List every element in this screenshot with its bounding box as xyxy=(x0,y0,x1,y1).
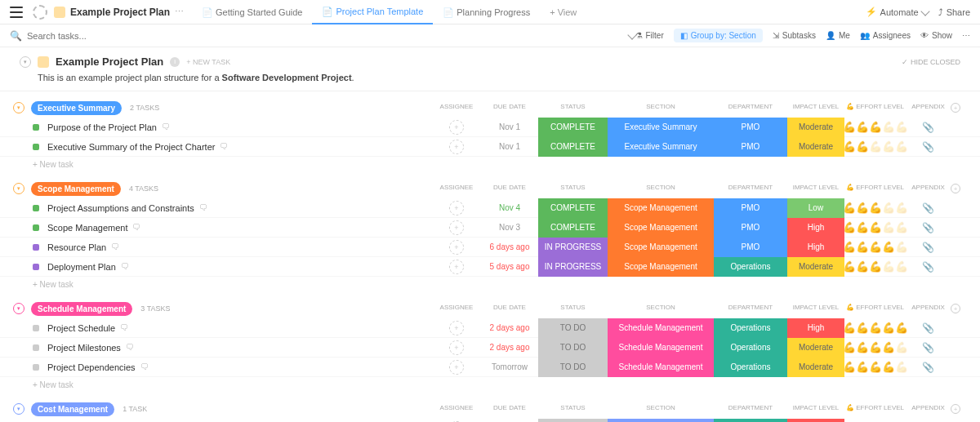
status-square[interactable] xyxy=(33,264,39,270)
effort-level[interactable]: 💪💪💪💪💪 xyxy=(844,358,906,377)
section-badge[interactable]: Executive Summary xyxy=(608,118,714,137)
dept-badge[interactable]: PMO xyxy=(714,238,787,257)
col-due[interactable]: DUE DATE xyxy=(481,404,538,414)
task-row[interactable]: Project Schedule🗨+2 days agoTO DOSchedul… xyxy=(0,318,980,338)
info-icon[interactable]: i xyxy=(170,57,180,67)
assignee-avatar[interactable]: + xyxy=(449,201,464,215)
due-date[interactable]: Nov 3 xyxy=(481,218,538,238)
tab-project-plan-template[interactable]: 📄Project Plan Template xyxy=(312,0,433,24)
new-task-button[interactable]: + NEW TASK xyxy=(186,58,230,66)
col-dept[interactable]: DEPARTMENT xyxy=(714,103,787,113)
collapse-group-button[interactable]: ▾ xyxy=(13,102,24,113)
assignee-avatar[interactable]: + xyxy=(449,140,464,154)
dept-badge[interactable]: PMO xyxy=(714,118,787,137)
task-name[interactable]: Project Dependencies xyxy=(47,362,136,372)
due-date[interactable]: Tomorrow xyxy=(481,358,538,377)
task-row[interactable]: Deployment Plan🗨+5 days agoIN PROGRESSSc… xyxy=(0,257,980,277)
workspace-icon[interactable] xyxy=(33,5,47,20)
collapse-group-button[interactable]: ▾ xyxy=(13,403,24,415)
collapse-all-button[interactable]: ▾ xyxy=(20,56,31,68)
assignees-button[interactable]: 👥Assignees xyxy=(860,31,911,40)
automate-button[interactable]: ⚡ Automate xyxy=(866,7,929,17)
col-impact[interactable]: IMPACT LEVEL xyxy=(787,103,844,113)
group-pill[interactable]: Scope Management xyxy=(31,182,121,196)
task-name[interactable]: Purpose of the Project Plan xyxy=(47,122,157,132)
effort-level[interactable]: 💪💪💪💪💪 xyxy=(844,257,906,277)
impact-badge[interactable]: Low xyxy=(787,198,844,218)
impact-badge[interactable]: Moderate xyxy=(787,118,844,137)
comment-icon[interactable]: 🗨 xyxy=(120,323,128,332)
assignee-avatar[interactable]: + xyxy=(449,120,464,135)
status-badge[interactable]: COMPLETE xyxy=(538,137,608,157)
col-due[interactable]: DUE DATE xyxy=(481,103,538,113)
comment-icon[interactable]: 🗨 xyxy=(111,242,119,251)
assignee-avatar[interactable]: + xyxy=(449,321,464,335)
appendix-icon[interactable]: 📎 xyxy=(922,322,934,334)
status-square[interactable] xyxy=(33,325,39,331)
appendix-icon[interactable]: 📎 xyxy=(922,141,934,153)
assignee-avatar[interactable]: + xyxy=(449,220,464,235)
appendix-icon[interactable]: 📎 xyxy=(922,222,934,233)
collapse-group-button[interactable]: ▾ xyxy=(13,303,24,314)
effort-level[interactable]: 💪💪💪💪💪 xyxy=(844,238,906,257)
status-square[interactable] xyxy=(33,205,39,211)
impact-badge[interactable]: Moderate xyxy=(787,137,844,157)
effort-level[interactable]: 💪💪💪💪💪 xyxy=(844,118,906,137)
section-badge[interactable]: Scope Management xyxy=(608,198,714,218)
status-badge[interactable]: IN PROGRESS xyxy=(538,238,608,257)
hide-closed-toggle[interactable]: ✓ HIDE CLOSED xyxy=(902,58,960,66)
due-date[interactable]: Wed xyxy=(481,419,538,423)
col-assignee[interactable]: ASSIGNEE xyxy=(432,103,481,113)
due-date[interactable]: Nov 1 xyxy=(481,137,538,157)
assignee-avatar[interactable]: + xyxy=(449,340,464,355)
col-dept[interactable]: DEPARTMENT xyxy=(714,304,787,313)
col-section[interactable]: SECTION xyxy=(608,184,714,193)
col-assignee[interactable]: ASSIGNEE xyxy=(432,304,481,313)
comment-icon[interactable]: 🗨 xyxy=(121,262,129,271)
task-row[interactable]: Project Dependencies🗨+TomorrowTO DOSched… xyxy=(0,358,980,377)
task-row[interactable]: Purpose of the Project Plan🗨+Nov 1COMPLE… xyxy=(0,118,980,137)
status-square[interactable] xyxy=(33,244,39,251)
section-badge[interactable]: Schedule Management xyxy=(608,358,714,377)
appendix-icon[interactable]: 📎 xyxy=(922,122,934,133)
share-button[interactable]: ⤴ Share xyxy=(938,7,970,17)
col-dept[interactable]: DEPARTMENT xyxy=(714,184,787,193)
col-section[interactable]: SECTION xyxy=(608,103,714,113)
status-badge[interactable]: TO DO xyxy=(538,338,608,358)
section-badge[interactable]: Cost Management xyxy=(608,419,714,423)
status-badge[interactable]: TO DO xyxy=(538,318,608,338)
section-badge[interactable]: Schedule Management xyxy=(608,318,714,338)
assignee-avatar[interactable]: + xyxy=(449,260,464,274)
status-badge[interactable]: COMPLETE xyxy=(538,118,608,137)
col-effort[interactable]: 💪 EFFORT LEVEL xyxy=(844,103,906,113)
col-due[interactable]: DUE DATE xyxy=(481,304,538,313)
add-column-button[interactable]: + xyxy=(951,404,967,414)
col-section[interactable]: SECTION xyxy=(608,304,714,313)
more-button[interactable]: ⋯ xyxy=(962,31,970,40)
status-square[interactable] xyxy=(33,344,39,351)
status-badge[interactable]: COMPLETE xyxy=(538,218,608,238)
add-column-button[interactable]: + xyxy=(951,103,967,113)
status-square[interactable] xyxy=(33,144,39,150)
task-name[interactable]: Deployment Plan xyxy=(47,262,116,272)
status-badge[interactable]: COMPLETE xyxy=(538,198,608,218)
impact-badge[interactable]: High xyxy=(787,218,844,238)
new-task-row[interactable]: + New task xyxy=(0,277,980,292)
comment-icon[interactable]: 🗨 xyxy=(126,343,134,352)
col-assignee[interactable]: ASSIGNEE xyxy=(432,404,481,414)
due-date[interactable]: Nov 1 xyxy=(481,118,538,137)
task-name[interactable]: Project Assumptions and Constraints xyxy=(47,203,194,213)
appendix-icon[interactable]: 📎 xyxy=(922,362,934,373)
dept-badge[interactable]: Operations xyxy=(714,257,787,277)
section-badge[interactable]: Scope Management xyxy=(608,238,714,257)
show-button[interactable]: 👁Show xyxy=(920,31,952,40)
add-column-button[interactable]: + xyxy=(951,304,967,313)
col-status[interactable]: STATUS xyxy=(538,184,608,193)
group-pill[interactable]: Executive Summary xyxy=(31,101,122,115)
comment-icon[interactable]: 🗨 xyxy=(162,122,170,131)
due-date[interactable]: 2 days ago xyxy=(481,318,538,338)
status-badge[interactable]: TO DO xyxy=(538,358,608,377)
col-effort[interactable]: 💪 EFFORT LEVEL xyxy=(844,304,906,313)
col-appendix[interactable]: APPENDIX xyxy=(906,304,951,313)
col-impact[interactable]: IMPACT LEVEL xyxy=(787,404,844,414)
